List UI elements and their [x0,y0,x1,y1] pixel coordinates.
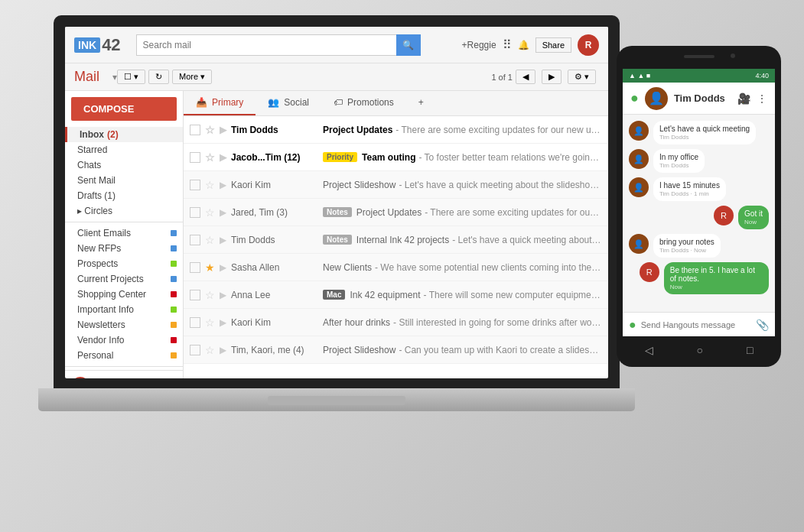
star-icon[interactable]: ☆ [205,179,215,191]
star-icon[interactable]: ☆ [205,316,215,329]
gmail-sidebar: COMPOSE Inbox (2) Starred Chats Sent Mai… [65,91,184,378]
laptop-screen: INK 42 🔍 +Reggie ⠿ 🔔 Share R Mail [65,27,608,378]
sidebar-item-prospects[interactable]: Prospects [65,256,183,271]
hangouts-contact-name: Tim Dodds [674,92,737,104]
email-checkbox[interactable] [190,180,200,190]
important-icon: ▶ [220,207,226,218]
star-icon[interactable]: ☆ [205,344,215,356]
back-nav-button[interactable]: ◁ [645,344,653,356]
sidebar-item-personal[interactable]: Personal [65,348,183,363]
email-checkbox[interactable] [190,262,200,273]
my-avatar: R [714,206,734,225]
email-content: Project Slideshow - Let's have a quick m… [323,180,602,190]
email-sender: Kaori Kim [231,180,323,190]
sidebar-item-vendor-info[interactable]: Vendor Info [65,332,183,348]
star-icon[interactable]: ☆ [205,151,215,164]
gmail-logo: INK 42 [74,35,121,55]
tab-primary-icon: 📥 [196,97,207,108]
home-nav-button[interactable]: ○ [697,344,703,356]
more-options-icon[interactable]: ⋮ [757,92,767,105]
select-button[interactable]: ☐ ▾ [117,70,145,84]
sidebar-item-chats[interactable]: Chats [65,157,183,173]
tab-primary[interactable]: 📥 Primary [184,91,256,115]
email-checkbox[interactable] [190,207,200,218]
email-row[interactable]: ☆ ▶ Jacob...Tim (12) Priority Team outin… [184,144,608,171]
star-icon[interactable]: ☆ [205,206,215,219]
hangouts-back-icon[interactable]: ● [630,90,639,106]
email-tabs: 📥 Primary 👥 Social 🏷 Promotions + [184,91,608,116]
sidebar-item-starred[interactable]: Starred [65,142,183,157]
chat-messages: 👤 Let's have a quick meeting Tim Dodds 👤… [623,115,775,312]
email-checkbox[interactable] [190,345,200,355]
email-row[interactable]: ☆ ▶ Tim Dodds Notes Internal Ink 42 proj… [184,226,608,254]
video-call-icon[interactable]: 🎥 [737,92,750,105]
gmail-search-container[interactable]: 🔍 [136,34,457,56]
star-icon[interactable]: ☆ [205,124,215,136]
prev-page-button[interactable]: ◀ [516,70,535,84]
share-button[interactable]: Share [535,37,571,53]
grid-icon[interactable]: ⠿ [503,37,512,52]
sidebar-item-current-projects[interactable]: Current Projects [65,271,183,287]
tab-promotions[interactable]: 🏷 Promotions [321,91,406,115]
search-button[interactable]: 🔍 [396,34,421,56]
email-checkbox[interactable] [190,290,200,300]
sidebar-item-circles[interactable]: ▸ Circles [65,203,183,219]
laptop-trackpad[interactable] [268,396,405,405]
email-checkbox[interactable] [190,125,200,135]
email-snippet: - We have some potential new clients com… [375,262,602,273]
sidebar-item-sent[interactable]: Sent Mail [65,173,183,188]
phone-bezel: ▲ ▲ ■ 4:40 ● 👤 Tim Dodds 🎥 ⋮ [617,46,781,367]
email-row[interactable]: ★ ▶ Sasha Allen New Clients - We have so… [184,254,608,281]
search-input[interactable] [136,34,396,56]
chat-input[interactable] [641,320,756,329]
email-row[interactable]: ☆ ▶ Tim, Kaori, me (4) Project Slideshow… [184,336,608,364]
priority-tag: Priority [323,152,357,162]
email-checkbox[interactable] [190,152,200,163]
sidebar-item-drafts[interactable]: Drafts (1) [65,188,183,203]
sent-label: Sent Mail [77,175,116,186]
email-row[interactable]: ☆ ▶ Anna Lee Mac Ink 42 equipment - Ther… [184,281,608,309]
tab-social-icon: 👥 [268,97,279,108]
email-row[interactable]: ☆ ▶ Kaori Kim After hour drinks - Still … [184,309,608,336]
email-sender: Anna Lee [231,290,323,300]
attachment-icon[interactable]: 📎 [756,319,769,331]
email-sender: Tim Dodds [231,125,323,135]
compose-button[interactable]: COMPOSE [71,97,177,121]
tab-add[interactable]: + [406,91,436,115]
personal-dot [171,352,177,358]
email-row[interactable]: ☆ ▶ Kaori Kim Project Slideshow - Let's … [184,171,608,199]
email-snippet: - There are some exciting updates for ou… [425,207,602,218]
sidebar-item-client-emails[interactable]: Client Emails [65,225,183,241]
chat-body: 👤 Let's have a quick meeting Tim Dodds 👤… [623,115,775,336]
sidebar-avatar: R [71,377,90,378]
refresh-button[interactable]: ↻ [148,70,169,84]
user-avatar[interactable]: R [578,34,599,56]
sidebar-item-inbox[interactable]: Inbox (2) [65,127,183,142]
email-content: Notes Project Updates - There are some e… [323,207,602,218]
star-icon[interactable]: ☆ [205,234,215,246]
sidebar-item-newsletters[interactable]: Newsletters [65,317,183,332]
sidebar-item-new-rfps[interactable]: New RFPs [65,241,183,256]
email-row[interactable]: ☆ ▶ Jared, Tim (3) Notes Project Updates… [184,199,608,226]
user-info: R Reggie ▾ [71,377,177,378]
settings-button[interactable]: ⚙ ▾ [568,70,596,84]
sidebar-item-important-info[interactable]: Important Info [65,302,183,317]
hangouts-header: ● 👤 Tim Dodds 🎥 ⋮ [623,83,775,115]
tab-social[interactable]: 👥 Social [256,91,321,115]
email-checkbox[interactable] [190,317,200,328]
star-icon[interactable]: ★ [205,261,215,274]
email-checkbox[interactable] [190,235,200,245]
email-row[interactable]: ☆ ▶ Tim Dodds Project Updates - There ar… [184,116,608,144]
signal-icons: ▲ ▲ ■ [629,72,650,79]
reggie-label[interactable]: +Reggie [462,40,496,50]
star-icon[interactable]: ☆ [205,289,215,301]
recent-nav-button[interactable]: □ [747,344,753,356]
next-page-button[interactable]: ▶ [542,70,561,84]
mac-tag: Mac [323,290,345,300]
more-button[interactable]: More ▾ [172,70,212,84]
sidebar-item-shopping-center[interactable]: Shopping Center [65,287,183,302]
bell-icon[interactable]: 🔔 [518,40,529,50]
chat-message: 👤 In my office Tim Dodds [629,149,769,173]
email-snippet: - There will some new computer equipment… [424,290,602,300]
email-subject: Internal Ink 42 projects [356,235,449,245]
